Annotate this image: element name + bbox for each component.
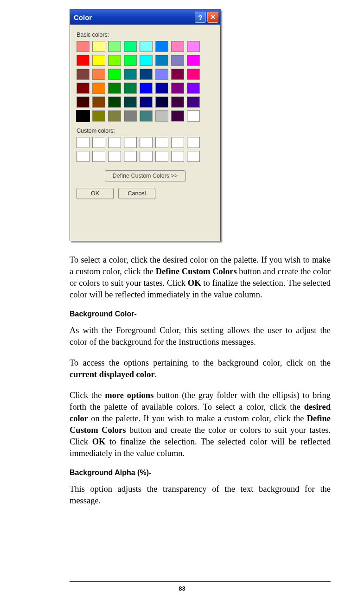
- color-swatch[interactable]: [187, 69, 200, 80]
- color-swatch[interactable]: [155, 110, 168, 122]
- color-swatch[interactable]: [140, 41, 153, 52]
- color-swatch[interactable]: [171, 69, 184, 80]
- color-swatch[interactable]: [77, 41, 89, 52]
- help-button[interactable]: ?: [195, 12, 206, 23]
- color-swatch[interactable]: [124, 41, 137, 52]
- color-swatch[interactable]: [92, 55, 105, 66]
- custom-color-slot[interactable]: [124, 151, 137, 162]
- color-swatch[interactable]: [77, 55, 89, 66]
- text-run: Click the: [70, 391, 105, 400]
- color-swatch[interactable]: [187, 55, 200, 66]
- color-swatch[interactable]: [171, 41, 184, 52]
- color-swatch[interactable]: [187, 110, 200, 122]
- bold-text: OK: [188, 278, 201, 288]
- heading-background-color: Background Color-: [70, 310, 331, 318]
- footer-rule: [70, 581, 331, 582]
- color-swatch[interactable]: [92, 110, 105, 122]
- custom-color-slot[interactable]: [92, 137, 105, 148]
- text-run: on the palette. If you wish to make a cu…: [88, 414, 307, 423]
- color-swatch[interactable]: [140, 83, 153, 94]
- color-swatch[interactable]: [92, 69, 105, 80]
- custom-color-slot[interactable]: [124, 137, 137, 148]
- text-run: to finalize the selection. The selected …: [70, 437, 331, 458]
- custom-color-slot[interactable]: [108, 137, 121, 148]
- basic-colors-label: Basic colors:: [77, 31, 214, 38]
- custom-color-slot[interactable]: [108, 151, 121, 162]
- custom-color-slot[interactable]: [77, 137, 89, 148]
- custom-color-grid: [77, 137, 214, 162]
- color-swatch[interactable]: [155, 69, 168, 80]
- color-swatch[interactable]: [77, 96, 89, 108]
- custom-color-slot[interactable]: [171, 137, 184, 148]
- color-dialog: Color ? ✕ Basic colors: Custom colors: D…: [70, 9, 221, 241]
- color-swatch[interactable]: [187, 41, 200, 52]
- basic-color-grid: [77, 41, 214, 122]
- color-swatch[interactable]: [124, 55, 137, 66]
- color-swatch[interactable]: [140, 69, 153, 80]
- paragraph-4: Click the more options button (the gray …: [70, 390, 331, 459]
- bold-text: Define Custom Colors: [156, 267, 237, 276]
- custom-color-slot[interactable]: [187, 137, 200, 148]
- color-swatch[interactable]: [171, 83, 184, 94]
- color-swatch[interactable]: [140, 110, 153, 122]
- color-swatch[interactable]: [124, 69, 137, 80]
- custom-color-slot[interactable]: [140, 137, 153, 148]
- page-number: 83: [179, 585, 185, 592]
- cancel-button[interactable]: Cancel: [118, 188, 155, 199]
- color-swatch[interactable]: [92, 41, 105, 52]
- color-swatch[interactable]: [171, 96, 184, 108]
- custom-color-slot[interactable]: [140, 151, 153, 162]
- custom-color-slot[interactable]: [77, 151, 89, 162]
- color-swatch[interactable]: [140, 55, 153, 66]
- color-swatch[interactable]: [155, 55, 168, 66]
- color-swatch[interactable]: [77, 69, 89, 80]
- bold-text: more options: [105, 391, 153, 400]
- heading-background-alpha: Background Alpha (%)-: [70, 469, 331, 477]
- text-run: .: [155, 370, 157, 379]
- color-swatch[interactable]: [77, 110, 89, 122]
- text-run: To access the options pertaining to the …: [70, 358, 331, 367]
- custom-color-slot[interactable]: [171, 151, 184, 162]
- color-swatch[interactable]: [187, 96, 200, 108]
- dialog-titlebar[interactable]: Color ? ✕: [70, 10, 220, 25]
- paragraph-2: As with the Foreground Color, this setti…: [70, 325, 331, 348]
- bold-text: current displayed color: [70, 370, 155, 379]
- color-swatch[interactable]: [124, 83, 137, 94]
- dialog-title: Color: [74, 13, 193, 21]
- custom-colors-label: Custom colors:: [77, 127, 214, 134]
- color-swatch[interactable]: [140, 96, 153, 108]
- color-swatch[interactable]: [92, 83, 105, 94]
- color-swatch[interactable]: [92, 96, 105, 108]
- paragraph-1: To select a color, click the desired col…: [70, 254, 331, 301]
- custom-color-slot[interactable]: [155, 151, 168, 162]
- color-swatch[interactable]: [108, 83, 121, 94]
- paragraph-3: To access the options pertaining to the …: [70, 357, 331, 380]
- color-swatch[interactable]: [77, 83, 89, 94]
- color-swatch[interactable]: [108, 96, 121, 108]
- color-swatch[interactable]: [155, 96, 168, 108]
- color-swatch[interactable]: [171, 55, 184, 66]
- custom-color-slot[interactable]: [187, 151, 200, 162]
- color-swatch[interactable]: [108, 41, 121, 52]
- bold-text: OK: [92, 437, 106, 446]
- color-swatch[interactable]: [108, 69, 121, 80]
- paragraph-5: This option adjusts the transparency of …: [70, 483, 331, 507]
- color-swatch[interactable]: [187, 83, 200, 94]
- color-swatch[interactable]: [171, 110, 184, 122]
- color-swatch[interactable]: [155, 41, 168, 52]
- custom-color-slot[interactable]: [155, 137, 168, 148]
- dialog-body: Basic colors: Custom colors: Define Cust…: [70, 25, 220, 241]
- color-swatch[interactable]: [108, 55, 121, 66]
- color-swatch[interactable]: [124, 96, 137, 108]
- color-swatch[interactable]: [124, 110, 137, 122]
- color-swatch[interactable]: [155, 83, 168, 94]
- page-footer: 83: [0, 581, 364, 592]
- ok-button[interactable]: OK: [77, 188, 114, 199]
- close-button[interactable]: ✕: [207, 12, 218, 23]
- define-custom-colors-button[interactable]: Define Custom Colors >>: [105, 170, 185, 181]
- color-swatch[interactable]: [108, 110, 121, 122]
- custom-color-slot[interactable]: [92, 151, 105, 162]
